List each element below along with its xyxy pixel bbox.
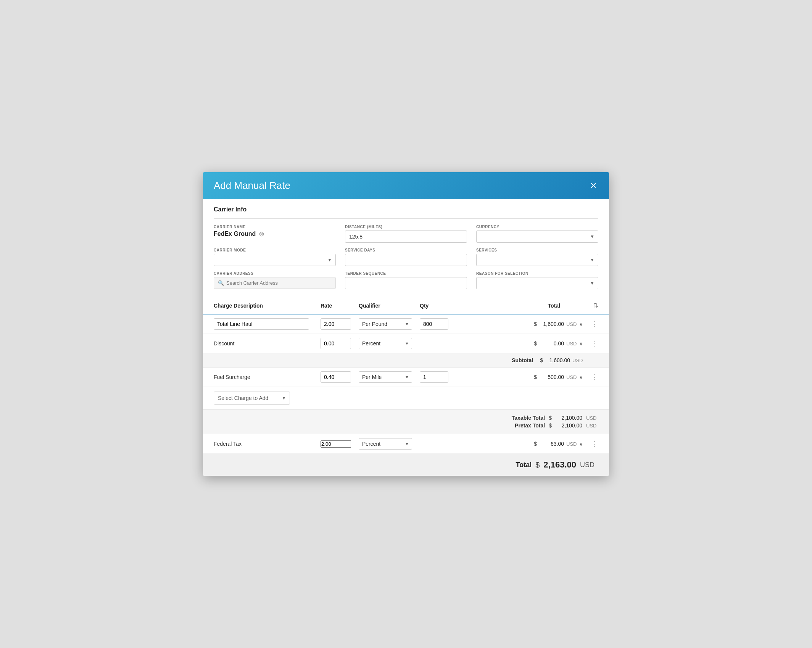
carrier-info-section: Carrier Info CARRIER NAME FedEx Ground ⊗…: [203, 199, 609, 297]
taxable-amount: 2,100.00: [556, 415, 582, 421]
totals-section: Taxable Total $ 2,100.00 USD Pretax Tota…: [203, 409, 609, 434]
reason-for-selection-label: REASON FOR SELECTION: [476, 271, 598, 276]
carrier-clear-icon[interactable]: ⊗: [259, 231, 264, 237]
search-icon: 🔍: [218, 280, 224, 286]
table-row: Per Pound Percent Per Mile Flat ▼ $ 1,60…: [203, 314, 609, 334]
federal-tax-currency: USD: [566, 441, 577, 447]
federal-tax-total-amount: 63.00: [539, 441, 564, 447]
line-haul-total-amount: 1,600.00: [539, 321, 564, 327]
line-haul-more-icon[interactable]: ⋮: [583, 320, 598, 328]
grand-total-label: Total: [214, 461, 532, 469]
fuel-qualifier-select[interactable]: Per Mile Per Pound Percent Flat: [359, 371, 412, 383]
line-haul-total-cell: $ 1,600.00 USD ∨: [458, 321, 583, 327]
tender-sequence-label: TENDER SEQUENCE: [345, 271, 467, 276]
carrier-mode-group: CARRIER MODE ▼: [214, 248, 336, 266]
carrier-mode-select[interactable]: [214, 254, 336, 266]
grand-total-currency: USD: [580, 461, 594, 469]
add-manual-rate-modal: Add Manual Rate ✕ Carrier Info CARRIER N…: [203, 172, 609, 476]
subtotal-cell: Subtotal $ 1,600.00 USD: [458, 357, 583, 363]
line-haul-description-input[interactable]: [214, 318, 309, 330]
taxable-currency: USD: [586, 415, 598, 421]
fuel-qty-input[interactable]: [420, 371, 448, 383]
discount-qualifier-select[interactable]: Percent Per Pound Per Mile Flat: [359, 338, 412, 349]
discount-dollar: $: [534, 340, 537, 347]
subtotal-amount: 1,600.00: [545, 357, 570, 363]
modal-header: Add Manual Rate ✕: [203, 172, 609, 199]
reason-for-selection-group: REASON FOR SELECTION ▼: [476, 271, 598, 289]
fuel-total-amount: 500.00: [539, 374, 564, 380]
line-haul-dollar: $: [534, 321, 537, 327]
services-select[interactable]: [476, 254, 598, 266]
modal-close-button[interactable]: ✕: [588, 180, 598, 192]
distance-input[interactable]: [345, 231, 467, 243]
service-days-group: SERVICE DAYS: [345, 248, 467, 266]
discount-expand-icon[interactable]: ∨: [579, 341, 583, 347]
fuel-description: Fuel Surcharge: [214, 374, 321, 380]
taxable-dollar: $: [549, 415, 552, 421]
services-label: SERVICES: [476, 248, 598, 252]
pretax-currency: USD: [586, 423, 598, 429]
sort-icon[interactable]: ⇅: [583, 302, 598, 309]
subtotal-currency: USD: [572, 358, 583, 363]
federal-tax-qualifier-wrapper: Percent Per Pound Per Mile Flat ▼: [359, 438, 412, 450]
discount-rate-input[interactable]: [321, 338, 351, 349]
distance-label: DISTANCE (MILES): [345, 225, 467, 229]
col-description-header: Charge Description: [214, 303, 321, 309]
tender-sequence-group: TENDER SEQUENCE: [345, 271, 467, 289]
line-haul-expand-icon[interactable]: ∨: [579, 321, 583, 327]
line-haul-rate-input[interactable]: [321, 318, 351, 330]
fuel-dollar: $: [534, 374, 537, 380]
reason-select-wrapper: ▼: [476, 277, 598, 289]
federal-tax-rate-input[interactable]: [321, 440, 351, 448]
currency-select-wrapper: USD CAD EUR ▼: [476, 231, 598, 243]
carrier-mode-select-wrapper: ▼: [214, 254, 336, 266]
federal-tax-label: Federal Tax: [214, 441, 321, 447]
grand-total-dollar: $: [535, 461, 540, 469]
federal-tax-more-icon[interactable]: ⋮: [583, 440, 598, 448]
subtotal-label: Subtotal: [512, 357, 533, 363]
reason-select[interactable]: [476, 277, 598, 289]
grand-total-amount: 2,163.00: [543, 460, 576, 470]
service-days-input[interactable]: [345, 254, 467, 266]
pretax-amount: 2,100.00: [556, 422, 582, 429]
fuel-rate-input[interactable]: [321, 371, 351, 383]
discount-more-icon[interactable]: ⋮: [583, 339, 598, 348]
line-haul-qualifier-wrapper: Per Pound Percent Per Mile Flat ▼: [359, 318, 412, 330]
table-row: Discount Percent Per Pound Per Mile Flat…: [203, 334, 609, 353]
carrier-name-value: FedEx Ground: [214, 231, 256, 237]
line-haul-qualifier-select[interactable]: Per Pound Percent Per Mile Flat: [359, 318, 412, 330]
carrier-address-label: CARRIER ADDRESS: [214, 271, 336, 276]
line-haul-qty-input[interactable]: [420, 318, 448, 330]
modal-body: Carrier Info CARRIER NAME FedEx Ground ⊗…: [203, 199, 609, 476]
select-charge-wrapper: Select Charge to Add ▼: [214, 392, 290, 405]
col-qty-header: Qty: [420, 303, 458, 309]
services-select-wrapper: ▼: [476, 254, 598, 266]
col-rate-header: Rate: [321, 303, 359, 309]
federal-tax-total-cell: $ 63.00 USD ∨: [458, 441, 583, 447]
select-charge-select[interactable]: Select Charge to Add: [214, 392, 290, 405]
carrier-name-wrapper: FedEx Ground ⊗: [214, 231, 336, 237]
carrier-address-group: CARRIER ADDRESS 🔍: [214, 271, 336, 289]
fuel-qualifier-wrapper: Per Mile Per Pound Percent Flat ▼: [359, 371, 412, 383]
federal-tax-expand-icon[interactable]: ∨: [579, 441, 583, 447]
services-group: SERVICES ▼: [476, 248, 598, 266]
charges-section: Charge Description Rate Qualifier Qty To…: [203, 297, 609, 476]
federal-tax-qualifier-select[interactable]: Percent Per Pound Per Mile Flat: [359, 438, 412, 450]
table-row: Fuel Surcharge Per Mile Per Pound Percen…: [203, 368, 609, 387]
discount-qualifier-wrapper: Percent Per Pound Per Mile Flat ▼: [359, 338, 412, 349]
currency-label: CURRENCY: [476, 225, 598, 229]
carrier-address-input[interactable]: [226, 280, 332, 286]
fuel-more-icon[interactable]: ⋮: [583, 373, 598, 381]
discount-total-amount: 0.00: [539, 340, 564, 347]
table-row: Federal Tax Percent Per Pound Per Mile F…: [203, 434, 609, 454]
federal-tax-dollar: $: [534, 441, 537, 447]
fuel-expand-icon[interactable]: ∨: [579, 374, 583, 380]
carrier-info-title: Carrier Info: [214, 206, 598, 213]
carrier-name-group: CARRIER NAME FedEx Ground ⊗: [214, 225, 336, 243]
pretax-dollar: $: [549, 422, 552, 429]
currency-select[interactable]: USD CAD EUR: [476, 231, 598, 243]
pretax-total-label: Pretax Total: [515, 422, 545, 429]
tender-sequence-input[interactable]: [345, 277, 467, 289]
distance-group: DISTANCE (MILES): [345, 225, 467, 243]
line-haul-currency: USD: [566, 321, 577, 327]
